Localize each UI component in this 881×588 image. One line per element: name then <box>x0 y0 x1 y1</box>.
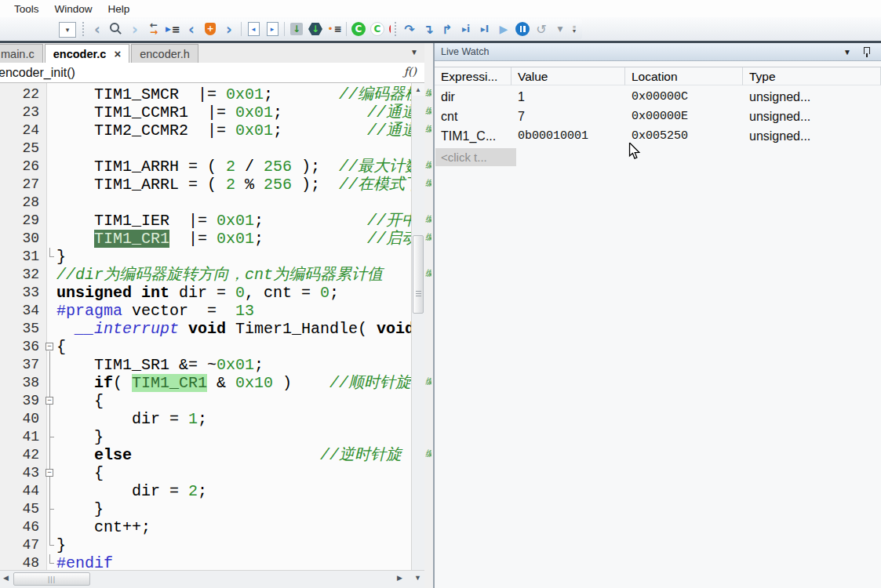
reset-icon[interactable]: ↺ <box>532 20 551 38</box>
code-line-31: 31} <box>0 248 411 266</box>
line-number: 43 <box>0 464 43 482</box>
line-number: 36 <box>0 338 43 356</box>
column-header-expressi[interactable]: Expressi... <box>435 67 511 85</box>
scroll-right-icon[interactable]: ▶ <box>397 574 402 582</box>
watch-value: 1 <box>511 87 625 107</box>
live-watch-title: Live Watch <box>441 46 489 57</box>
fold-marker[interactable]: − <box>43 464 56 482</box>
search-icon[interactable] <box>107 20 126 38</box>
step-over-icon[interactable]: ↷ <box>400 20 419 38</box>
column-header-value[interactable]: Value <box>511 67 625 85</box>
vertical-scroll-thumb[interactable] <box>413 235 424 314</box>
line-number: 39 <box>0 392 43 410</box>
go-icon[interactable]: ▶ <box>494 20 513 38</box>
fold-marker <box>43 284 56 302</box>
horizontal-scroll-thumb[interactable] <box>13 572 90 586</box>
column-header-location[interactable]: Location <box>625 67 743 85</box>
code-text: TIM1_SMCR |= 0x01; //编码器模式 <box>56 85 411 103</box>
next-statement-icon[interactable]: ▸i <box>457 20 475 38</box>
panel-pin-icon[interactable] <box>864 47 870 54</box>
tab-close-icon[interactable]: × <box>114 47 121 60</box>
tab-encoder-h[interactable]: encoder.h <box>131 44 198 63</box>
watch-row-TIM1_C[interactable]: TIM1_C...0b000100010x005250unsigned... <box>435 126 881 146</box>
line-number: 34 <box>0 302 43 320</box>
line-number: 42 <box>0 446 43 464</box>
fold-marker[interactable]: − <box>43 392 56 410</box>
goto-bookmark-icon[interactable]: ▶≡ <box>163 20 182 38</box>
angle-left-icon[interactable]: ‹ <box>182 20 201 38</box>
watch-expression: cnt <box>435 107 511 126</box>
code-text: dir = 1; <box>56 410 411 428</box>
code-line-33: 33unsigned int dir = 0, cnt = 0; <box>0 284 411 302</box>
angle-right-icon[interactable]: › <box>220 20 238 38</box>
doc-next-icon[interactable]: ▸ <box>263 20 282 38</box>
vertical-scrollbar[interactable]: ▲ <box>411 83 424 570</box>
code-line-22: 22 TIM1_SMCR |= 0x01; //编码器模式 <box>0 85 411 103</box>
doc-prev-icon[interactable]: ◂ <box>244 20 263 38</box>
line-number: 24 <box>0 122 43 140</box>
watch-row-dir[interactable]: dir10x00000Cunsigned... <box>435 87 881 107</box>
toolbar-overflow-icon[interactable]: =▼ <box>570 25 579 33</box>
scroll-left-icon[interactable]: ◀ <box>3 574 9 582</box>
line-number: 26 <box>0 158 43 176</box>
fold-marker <box>43 85 56 103</box>
current-function-label: encoder_init() <box>0 66 75 80</box>
step-into-icon[interactable]: ↴ <box>419 20 438 38</box>
watch-type: unsigned... <box>743 107 881 126</box>
more-dropdown-icon[interactable]: ▼ <box>551 20 570 38</box>
nav-forward-icon[interactable]: › <box>126 20 144 38</box>
watch-add-expression-field[interactable]: <click t... <box>435 148 516 166</box>
code-text: } <box>56 428 411 446</box>
shield-add-icon[interactable]: + <box>201 20 220 38</box>
scroll-up-icon[interactable]: ▲ <box>412 83 424 96</box>
line-number: 29 <box>0 212 43 230</box>
menu-item-window[interactable]: Window <box>47 3 100 15</box>
run-to-cursor-icon[interactable]: ▸I <box>475 20 494 38</box>
ide-window: { "menu": {"items": ["Tools", "Window", … <box>0 0 881 588</box>
live-watch-grid: Expressi...ValueLocationTypedir10x00000C… <box>435 67 881 588</box>
watch-expression: TIM1_C... <box>435 126 511 146</box>
tab-encoder-c[interactable]: encoder.c× <box>45 44 129 63</box>
code-line-36: 36−{ <box>0 338 411 356</box>
tab-list-dropdown-icon[interactable]: ▼ <box>410 48 418 56</box>
code-text: TIM1_SR1 &= ~0x01; <box>56 356 411 374</box>
code-text <box>56 194 411 212</box>
code-line-47: 47} <box>0 536 411 554</box>
debug-no-download-icon[interactable]: •≡ <box>325 20 344 38</box>
code-line-45: 45 } <box>0 500 411 518</box>
fold-marker <box>43 320 56 338</box>
code-text-area[interactable]: 22 TIM1_SMCR |= 0x01; //编码器模式23 TIM1_CCM… <box>0 83 411 570</box>
compile-c-icon[interactable]: C <box>368 20 387 38</box>
horizontal-scrollbar[interactable]: ◀ ▶ ▼ <box>0 570 424 588</box>
fold-marker <box>43 158 56 176</box>
swap-arrows-icon[interactable]: ←→ <box>144 20 163 38</box>
toolbar-combo-dropdown[interactable]: ▾ <box>59 22 76 38</box>
fold-marker <box>43 410 56 428</box>
fold-marker <box>43 446 56 464</box>
scroll-down-icon[interactable]: ▼ <box>414 574 421 582</box>
watch-location: 0x005250 <box>625 126 743 146</box>
line-number: 47 <box>0 536 43 554</box>
download-icon[interactable]: ↓ <box>287 20 306 38</box>
watch-value: 0b00010001 <box>511 126 625 146</box>
fold-marker <box>43 428 56 446</box>
code-text: dir = 2; <box>56 482 411 500</box>
column-header-type[interactable]: Type <box>743 67 881 85</box>
tab-main-c[interactable]: main.c <box>0 44 43 63</box>
break-icon[interactable] <box>513 20 532 38</box>
fold-marker <box>43 248 56 266</box>
code-text: TIM1_ARRL = ( 2 % 256 ); //在模式下 <box>56 176 411 194</box>
fold-marker[interactable]: − <box>43 338 56 356</box>
code-text: TIM1_CCMR1 |= 0x01; //通道1输入 <box>56 103 411 122</box>
panel-menu-dropdown-icon[interactable]: ▼ <box>843 48 851 56</box>
live-watch-panel: Live Watch ▼ Expressi...ValueLocationTyp… <box>433 43 881 588</box>
compile-green-icon[interactable]: C <box>349 20 368 38</box>
menu-item-help[interactable]: Help <box>100 3 138 15</box>
nav-back-icon[interactable]: ‹ <box>88 20 107 38</box>
watch-type: unsigned... <box>743 87 881 107</box>
step-out-icon[interactable]: ↱ <box>438 20 457 38</box>
download-debug-icon[interactable]: ↓ <box>306 20 325 38</box>
watch-row-cnt[interactable]: cnt70x00000Eunsigned... <box>435 107 881 126</box>
menu-item-tools[interactable]: Tools <box>6 3 47 15</box>
line-number: 25 <box>0 140 43 158</box>
